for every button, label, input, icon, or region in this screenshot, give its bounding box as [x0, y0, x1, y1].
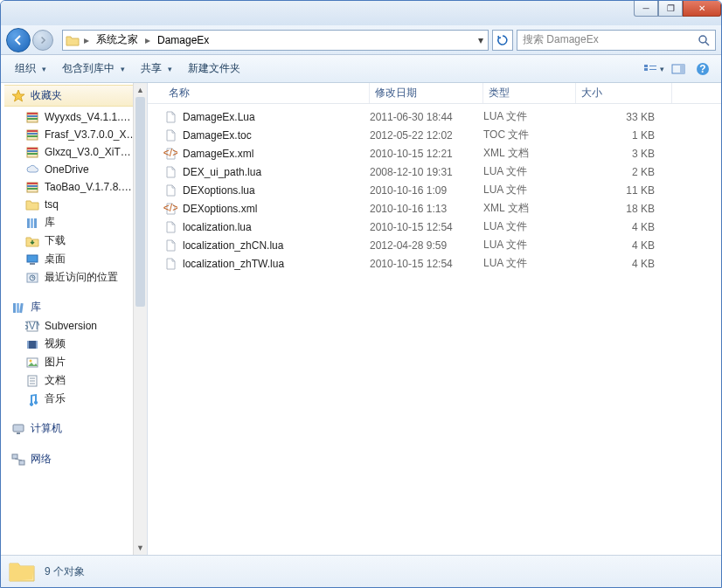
sidebar-item[interactable]: 最近访问的位置: [4, 268, 147, 287]
sidebar-item[interactable]: 库: [4, 213, 147, 232]
sidebar-item-label: 最近访问的位置: [45, 270, 118, 285]
address-bar[interactable]: ▸ 系统之家 ▸ DamageEx ▾: [62, 30, 489, 51]
close-button[interactable]: ✕: [683, 1, 721, 17]
sidebar-item[interactable]: SVNSubversion: [4, 317, 147, 335]
preview-pane-button[interactable]: [667, 59, 690, 80]
archive-icon: [25, 145, 39, 159]
sidebar-item[interactable]: TaoBao_V.1.7.8.…: [4, 178, 147, 196]
include-library-menu[interactable]: 包含到库中: [55, 58, 132, 80]
sidebar-item[interactable]: Wyyxds_V4.1.1.…: [4, 108, 147, 126]
libraries-header[interactable]: 库: [4, 297, 147, 317]
sidebar-item[interactable]: 桌面: [4, 250, 147, 268]
file-name: DamageEx.Lua: [183, 111, 255, 123]
column-type[interactable]: 类型: [483, 83, 576, 103]
maximize-button[interactable]: ❐: [658, 1, 683, 17]
toolbar: 组织 包含到库中 共享 新建文件夹 ?: [1, 55, 721, 83]
breadcrumb-item[interactable]: DamageEx: [152, 31, 214, 50]
forward-button[interactable]: [32, 30, 53, 51]
share-menu[interactable]: 共享: [134, 58, 179, 80]
sidebar-item[interactable]: OneDrive: [4, 161, 147, 178]
view-options-button[interactable]: [642, 59, 665, 80]
column-size[interactable]: 大小: [576, 83, 672, 103]
svg-rect-29: [27, 255, 38, 262]
file-icon: [163, 110, 177, 124]
search-input[interactable]: 搜索 DamageEx: [517, 30, 716, 51]
svg-rect-17: [27, 135, 38, 137]
svg-rect-4: [649, 66, 656, 66]
sidebar-item-label: 文档: [45, 373, 66, 388]
sidebar-item[interactable]: 图片: [4, 353, 147, 371]
library-icon: [11, 301, 25, 315]
file-row[interactable]: </>DamageEx.xml2010-10-15 12:21XML 文档3 K…: [163, 144, 721, 163]
svg-rect-11: [27, 113, 38, 114]
organize-menu[interactable]: 组织: [8, 58, 53, 80]
file-row[interactable]: localization_zhCN.lua2012-04-28 9:59LUA …: [163, 236, 721, 254]
download-icon: [25, 234, 39, 248]
file-name: DamageEx.toc: [183, 129, 252, 142]
scroll-down-icon[interactable]: ▼: [134, 541, 147, 555]
file-name: localization.lua: [183, 221, 252, 233]
column-name[interactable]: 名称: [163, 83, 370, 103]
file-row[interactable]: localization.lua2010-10-15 12:54LUA 文件4 …: [163, 218, 721, 236]
computer-icon: [11, 422, 25, 436]
file-size: 1 KB: [576, 129, 667, 142]
file-row[interactable]: </>DEXoptions.xml2010-10-16 1:13XML 文档18…: [163, 199, 721, 218]
archive-icon: [25, 128, 39, 142]
help-button[interactable]: ?: [691, 59, 714, 80]
file-size: 18 KB: [576, 203, 667, 215]
svg-rect-33: [13, 303, 16, 313]
minimize-button[interactable]: ─: [634, 1, 658, 17]
file-type: TOC 文件: [483, 128, 576, 142]
sidebar-item[interactable]: 音乐: [4, 390, 147, 408]
column-date[interactable]: 修改日期: [370, 83, 483, 103]
sidebar-item-label: Frasf_V3.7.0.0_X…: [45, 128, 136, 141]
svg-rect-50: [19, 460, 24, 465]
breadcrumb-item[interactable]: 系统之家: [91, 31, 143, 50]
sidebar-scrollbar[interactable]: ▲ ▼: [133, 83, 147, 555]
network-label: 网络: [31, 452, 52, 467]
file-name: DEXoptions.lua: [183, 184, 255, 197]
svg-rect-7: [680, 65, 684, 73]
navigation-pane: 收藏夹 Wyyxds_V4.1.1.…Frasf_V3.7.0.0_X…Glxz…: [1, 83, 148, 555]
sidebar-item-label: 下载: [45, 233, 66, 248]
sidebar-item-label: Subversion: [45, 320, 97, 332]
back-button[interactable]: [6, 28, 31, 52]
computer-header[interactable]: 计算机: [4, 419, 147, 439]
file-row[interactable]: DEX_ui_path.lua2008-12-10 19:31LUA 文件2 K…: [163, 163, 721, 181]
sidebar-item[interactable]: tsq: [4, 196, 147, 213]
file-date: 2010-10-15 12:21: [370, 148, 483, 160]
scroll-thumb[interactable]: [135, 97, 145, 307]
sidebar-item[interactable]: 下载: [4, 232, 147, 250]
svg-point-0: [699, 36, 706, 43]
svg-rect-35: [19, 302, 24, 312]
sidebar-item[interactable]: 文档: [4, 371, 147, 390]
file-size: 33 KB: [576, 111, 667, 123]
scroll-up-icon[interactable]: ▲: [134, 83, 147, 97]
svg-rect-23: [27, 183, 38, 184]
file-icon: </>: [163, 202, 177, 216]
address-dropdown[interactable]: ▾: [472, 34, 488, 46]
desktop-icon: [25, 252, 39, 266]
svg-text:</>: </>: [163, 147, 177, 159]
file-row[interactable]: DEXoptions.lua2010-10-16 1:09LUA 文件11 KB: [163, 181, 721, 199]
search-icon: [698, 34, 710, 46]
file-size: 4 KB: [576, 221, 667, 233]
file-row[interactable]: localization_zhTW.lua2010-10-15 12:54LUA…: [163, 254, 721, 273]
file-row[interactable]: DamageEx.toc2012-05-22 12:02TOC 文件1 KB: [163, 126, 721, 144]
sidebar-item[interactable]: 视频: [4, 335, 147, 353]
network-header[interactable]: 网络: [4, 449, 147, 469]
sidebar-item[interactable]: Glxzq_V3.0_XiT…: [4, 143, 147, 161]
file-icon: [163, 128, 177, 142]
svg-text:SVN: SVN: [25, 320, 39, 332]
refresh-button[interactable]: [492, 30, 513, 51]
folder-icon: [25, 197, 39, 211]
file-row[interactable]: DamageEx.Lua2011-06-30 18:44LUA 文件33 KB: [163, 107, 721, 126]
recent-icon: [25, 271, 39, 285]
favorites-header[interactable]: 收藏夹: [4, 85, 147, 107]
document-icon: [25, 374, 39, 388]
file-date: 2011-06-30 18:44: [370, 111, 483, 123]
picture-icon: [25, 356, 39, 370]
file-icon: [163, 257, 177, 271]
sidebar-item[interactable]: Frasf_V3.7.0.0_X…: [4, 126, 147, 143]
new-folder-button[interactable]: 新建文件夹: [181, 58, 247, 80]
